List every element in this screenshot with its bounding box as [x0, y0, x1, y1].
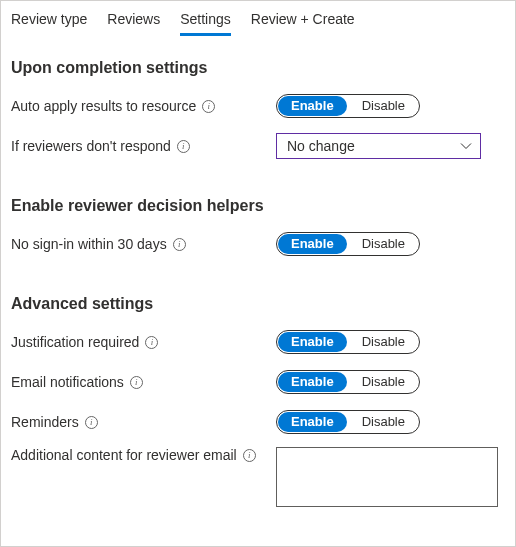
tab-reviews[interactable]: Reviews — [107, 7, 160, 36]
toggle-auto-apply[interactable]: Enable Disable — [276, 94, 420, 118]
toggle-option-enable[interactable]: Enable — [278, 372, 347, 392]
toggle-option-disable[interactable]: Disable — [348, 95, 419, 117]
section-title-helpers: Enable reviewer decision helpers — [11, 197, 505, 215]
info-icon[interactable]: i — [243, 449, 256, 462]
tab-review-create[interactable]: Review + Create — [251, 7, 355, 36]
toggle-option-enable[interactable]: Enable — [278, 96, 347, 116]
tab-review-type[interactable]: Review type — [11, 7, 87, 36]
toggle-option-disable[interactable]: Disable — [348, 233, 419, 255]
info-icon[interactable]: i — [145, 336, 158, 349]
info-icon[interactable]: i — [130, 376, 143, 389]
content-area: Upon completion settings Auto apply resu… — [1, 37, 515, 527]
dropdown-no-respond[interactable]: No change — [276, 133, 481, 159]
row-justification: Justification required i Enable Disable — [11, 327, 505, 357]
info-icon[interactable]: i — [85, 416, 98, 429]
toggle-no-signin[interactable]: Enable Disable — [276, 232, 420, 256]
row-no-respond: If reviewers don't respond i No change — [11, 131, 505, 161]
label-email-notifications: Email notifications — [11, 374, 124, 390]
toggle-option-enable[interactable]: Enable — [278, 234, 347, 254]
toggle-justification[interactable]: Enable Disable — [276, 330, 420, 354]
label-justification: Justification required — [11, 334, 139, 350]
label-reminders: Reminders — [11, 414, 79, 430]
toggle-option-enable[interactable]: Enable — [278, 332, 347, 352]
toggle-option-disable[interactable]: Disable — [348, 411, 419, 433]
toggle-email-notifications[interactable]: Enable Disable — [276, 370, 420, 394]
tab-settings[interactable]: Settings — [180, 7, 231, 36]
info-icon[interactable]: i — [177, 140, 190, 153]
info-icon[interactable]: i — [173, 238, 186, 251]
dropdown-value: No change — [287, 138, 355, 154]
toggle-option-disable[interactable]: Disable — [348, 331, 419, 353]
label-no-respond: If reviewers don't respond — [11, 138, 171, 154]
section-title-advanced: Advanced settings — [11, 295, 505, 313]
row-auto-apply: Auto apply results to resource i Enable … — [11, 91, 505, 121]
label-no-signin: No sign-in within 30 days — [11, 236, 167, 252]
toggle-reminders[interactable]: Enable Disable — [276, 410, 420, 434]
section-title-completion: Upon completion settings — [11, 59, 505, 77]
toggle-option-enable[interactable]: Enable — [278, 412, 347, 432]
row-reminders: Reminders i Enable Disable — [11, 407, 505, 437]
textarea-reviewer-email[interactable] — [276, 447, 498, 507]
label-additional-content: Additional content for reviewer email — [11, 447, 237, 463]
toggle-option-disable[interactable]: Disable — [348, 371, 419, 393]
row-no-signin: No sign-in within 30 days i Enable Disab… — [11, 229, 505, 259]
row-additional-content: Additional content for reviewer email i — [11, 447, 505, 507]
tab-bar: Review type Reviews Settings Review + Cr… — [1, 1, 515, 37]
info-icon[interactable]: i — [202, 100, 215, 113]
chevron-down-icon — [460, 140, 472, 152]
label-auto-apply: Auto apply results to resource — [11, 98, 196, 114]
settings-panel: Review type Reviews Settings Review + Cr… — [0, 0, 516, 547]
row-email-notifications: Email notifications i Enable Disable — [11, 367, 505, 397]
